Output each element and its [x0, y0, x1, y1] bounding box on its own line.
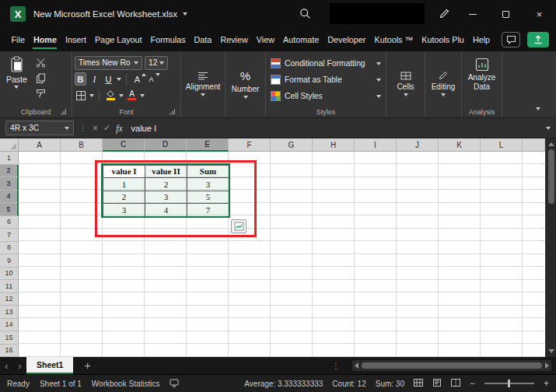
bold-button[interactable]: B — [75, 72, 86, 86]
borders-dropdown-chevron-icon[interactable] — [89, 94, 94, 97]
format-as-table-button[interactable]: Format as Table — [268, 72, 383, 87]
zoom-slider-thumb[interactable] — [508, 380, 510, 387]
menu-tab-kutools-plu[interactable]: Kutools Plu — [418, 28, 469, 51]
add-sheet-button[interactable]: + — [84, 359, 90, 372]
menu-tab-automate[interactable]: Automate — [279, 28, 323, 51]
font-name-select[interactable]: Times New Ro — [75, 56, 142, 70]
cell-C5[interactable]: 3 — [103, 204, 145, 217]
scroll-up-icon[interactable] — [548, 142, 554, 146]
paste-button[interactable]: Paste — [2, 54, 31, 100]
ribbon-collapse-chevron-icon[interactable] — [536, 107, 540, 110]
next-sheet-arrow[interactable]: › — [13, 360, 26, 372]
view-normal-icon[interactable] — [414, 379, 423, 388]
alignment-button[interactable]: Alignment — [184, 54, 222, 117]
underline-button[interactable]: U — [103, 72, 114, 86]
vertical-scrollbar[interactable] — [545, 138, 556, 357]
zoom-out-button[interactable]: − — [470, 378, 475, 389]
cells-layer[interactable]: value Ivalue IISum123235347 — [19, 152, 545, 357]
column-header-B[interactable]: B — [61, 138, 103, 152]
cell-D5[interactable]: 4 — [145, 204, 187, 217]
cell-E4[interactable]: 5 — [187, 191, 229, 205]
row-header-13[interactable]: 13 — [0, 306, 19, 319]
row-header-2[interactable]: 2 — [0, 165, 19, 178]
display-icon[interactable] — [170, 379, 179, 389]
formula-bar-expand-chevron-icon[interactable] — [546, 127, 551, 130]
cell-D4[interactable]: 3 — [145, 191, 187, 205]
row-header-6[interactable]: 6 — [0, 216, 19, 229]
insert-function-icon[interactable]: fx — [116, 124, 122, 133]
sheetbar-options-icon[interactable]: ⋮ — [332, 362, 340, 370]
row-header-5[interactable]: 5 — [0, 203, 19, 216]
menu-tab-insert[interactable]: Insert — [61, 28, 90, 51]
copy-button[interactable] — [33, 72, 49, 85]
menu-tab-page-layout[interactable]: Page Layout — [90, 28, 146, 51]
cells-button[interactable]: Cells — [389, 54, 422, 117]
font-color-button[interactable]: A — [126, 90, 138, 100]
menu-tab-review[interactable]: Review — [216, 28, 252, 51]
fill-color-dropdown-chevron-icon[interactable] — [119, 94, 124, 97]
scroll-right-icon[interactable] — [545, 362, 549, 369]
font-dialog-launcher[interactable] — [170, 109, 175, 114]
cell-E2[interactable]: Sum — [187, 166, 229, 179]
cell-C2[interactable]: value I — [103, 166, 145, 179]
paste-dropdown-chevron-icon[interactable] — [14, 86, 19, 89]
cell-C3[interactable]: 1 — [103, 178, 145, 191]
borders-button[interactable] — [75, 89, 87, 102]
previous-sheet-arrow[interactable]: ‹ — [0, 360, 13, 372]
cancel-icon[interactable]: × — [93, 123, 98, 134]
number-button[interactable]: % Number — [228, 54, 263, 117]
menu-tab-formulas[interactable]: Formulas — [146, 28, 190, 51]
menu-tab-kutools[interactable]: Kutools ™ — [370, 28, 418, 51]
column-header-I[interactable]: I — [355, 138, 397, 152]
conditional-formatting-button[interactable]: Conditional Formatting — [268, 56, 383, 71]
analyze-data-button[interactable]: Analyze Data — [464, 54, 499, 93]
row-header-3[interactable]: 3 — [0, 177, 19, 191]
column-header-A[interactable]: A — [19, 138, 61, 152]
formula-input[interactable]: value I — [128, 124, 540, 133]
clipboard-dialog-launcher[interactable] — [61, 109, 66, 114]
column-header-C[interactable]: C — [103, 138, 145, 152]
cell-D3[interactable]: 2 — [145, 178, 187, 191]
quick-analysis-button[interactable] — [231, 219, 247, 233]
scroll-left-icon[interactable] — [355, 362, 358, 369]
name-box[interactable]: 4R x 3C — [5, 121, 74, 135]
search-icon[interactable] — [299, 8, 311, 23]
fill-color-button[interactable] — [104, 90, 117, 100]
row-header-11[interactable]: 11 — [0, 280, 19, 293]
zoom-in-button[interactable]: + — [544, 378, 549, 389]
row-header-15[interactable]: 15 — [0, 331, 19, 345]
row-header-12[interactable]: 12 — [0, 293, 19, 306]
horizontal-scrollbar[interactable] — [352, 360, 551, 371]
pen-icon[interactable] — [439, 8, 450, 23]
menu-tab-data[interactable]: Data — [190, 28, 216, 51]
view-page-break-icon[interactable] — [451, 379, 460, 388]
maximize-button[interactable] — [490, 0, 521, 28]
column-header-L[interactable]: L — [481, 138, 523, 152]
italic-button[interactable]: I — [89, 72, 100, 86]
cell-E5[interactable]: 7 — [187, 204, 229, 217]
menu-tab-home[interactable]: Home — [29, 28, 61, 51]
row-header-9[interactable]: 9 — [0, 254, 19, 268]
decrease-font-size-button[interactable]: A — [145, 72, 157, 86]
vertical-scroll-thumb[interactable] — [548, 149, 554, 204]
close-button[interactable]: × — [523, 0, 556, 28]
menu-tab-file[interactable]: File — [7, 28, 29, 51]
cell-D2[interactable]: value II — [145, 166, 187, 179]
increase-font-size-button[interactable]: A — [131, 72, 143, 86]
sheet-tab-sheet1[interactable]: Sheet1 — [26, 357, 73, 374]
title-dropdown-chevron-icon[interactable] — [183, 12, 187, 16]
share-button[interactable] — [527, 32, 549, 47]
menu-tab-help[interactable]: Help — [468, 28, 494, 51]
cut-button[interactable] — [33, 56, 49, 69]
column-header-K[interactable]: K — [439, 138, 481, 152]
column-header-F[interactable]: F — [229, 138, 271, 152]
comments-button[interactable] — [502, 32, 520, 47]
horizontal-scroll-thumb[interactable] — [362, 362, 542, 369]
font-color-dropdown-chevron-icon[interactable] — [140, 94, 145, 97]
menu-tab-view[interactable]: View — [252, 28, 278, 51]
row-header-16[interactable]: 16 — [0, 345, 19, 358]
column-header-H[interactable]: H — [313, 138, 355, 152]
minimize-button[interactable] — [457, 0, 488, 28]
row-header-14[interactable]: 14 — [0, 319, 19, 332]
workbook-statistics-button[interactable]: Workbook Statistics — [92, 380, 160, 388]
